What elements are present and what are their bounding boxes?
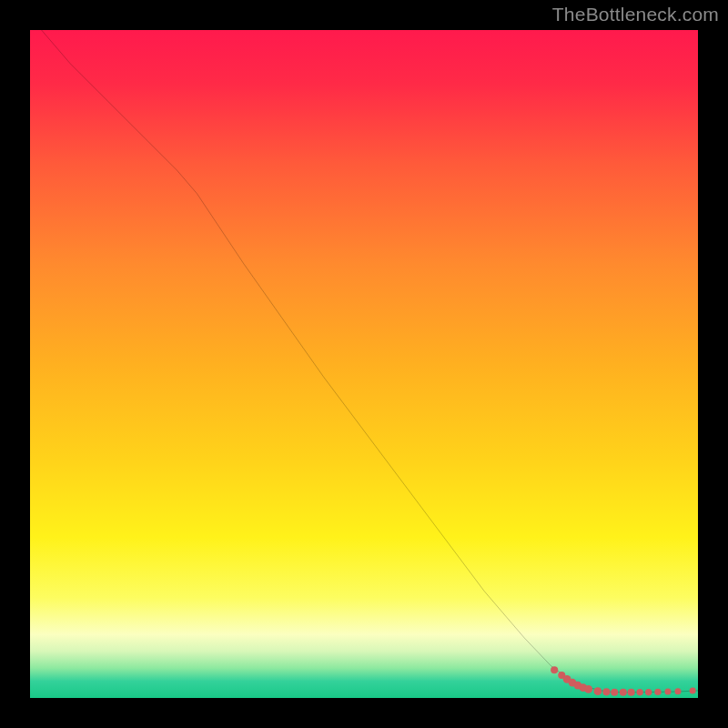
- chart-overlay: [30, 30, 698, 698]
- data-point: [664, 689, 671, 695]
- data-point: [654, 689, 661, 695]
- data-points: [551, 666, 695, 696]
- bottleneck-curve: [30, 30, 698, 693]
- data-point: [636, 689, 642, 695]
- data-point: [690, 687, 696, 693]
- data-point: [645, 689, 652, 695]
- data-point: [628, 689, 635, 696]
- data-point: [551, 666, 558, 673]
- data-point: [674, 688, 681, 694]
- chart-frame: TheBottleneck.com: [0, 0, 728, 728]
- watermark-text: TheBottleneck.com: [552, 4, 719, 25]
- data-point: [593, 687, 602, 695]
- data-point: [602, 688, 610, 695]
- data-point: [584, 685, 592, 693]
- plot-area: [30, 30, 698, 698]
- data-point: [620, 689, 627, 696]
- data-point: [611, 689, 618, 696]
